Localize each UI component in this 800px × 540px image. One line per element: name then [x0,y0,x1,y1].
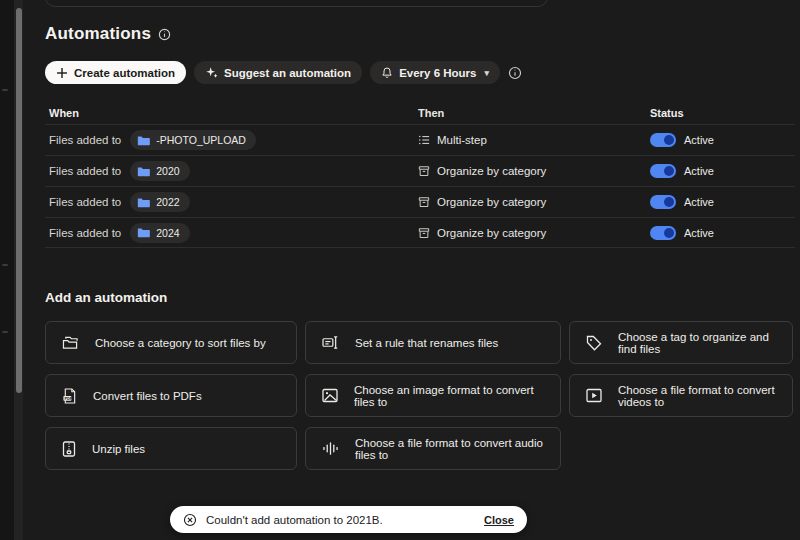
svg-text:PDF: PDF [65,396,73,400]
status-toggle[interactable] [650,164,676,178]
status-label: Active [684,227,714,239]
then-label: Multi-step [437,134,487,146]
organize-icon [418,227,430,239]
table-row: Files added to 2024 Organize by ca [45,217,795,248]
toolbar: Create automation Suggest an automation [45,61,800,84]
card-convert-pdf[interactable]: PDF Convert files to PDFs [45,374,297,417]
card-label: Choose a category to sort files by [95,337,266,349]
table-row: Files added to 2020 Organize by ca [45,155,795,186]
status-toggle[interactable] [650,195,676,209]
card-unzip[interactable]: Unzip files [45,427,297,470]
automations-page: Automations Create automation [0,0,800,540]
frequency-info-icon[interactable] [508,66,522,80]
when-prefix: Files added to [49,165,121,177]
col-header-status: Status [650,107,684,119]
when-prefix: Files added to [49,196,121,208]
folder-chip[interactable]: 2020 [130,161,189,181]
folder-icon [137,197,150,208]
folder-chip-label: 2024 [156,227,179,239]
card-label: Choose a file format to convert videos t… [618,384,778,408]
organize-icon [418,196,430,208]
card-label: Choose an image format to convert files … [354,384,546,408]
folder-chip[interactable]: -PHOTO_UPLOAD [130,130,256,150]
card-label: Choose a tag to organize and find files [618,331,778,355]
toast-message: Couldn't add automation to 2021B. [206,514,383,526]
suggest-automation-button[interactable]: Suggest an automation [194,61,362,84]
chevron-down-icon: ▾ [484,68,489,78]
sparkle-icon [205,66,218,79]
col-header-then: Then [418,107,650,119]
then-label: Organize by category [437,227,546,239]
card-convert-audio[interactable]: Choose a file format to convert audio fi… [305,427,561,470]
table-row: Files added to -PHOTO_UPLOAD [45,124,795,155]
status-toggle[interactable] [650,226,676,240]
error-circle-x-icon [183,513,197,527]
add-automation-heading: Add an automation [45,290,800,305]
create-automation-label: Create automation [74,67,175,79]
status-label: Active [684,196,714,208]
table-row: Files added to 2022 Organize by ca [45,186,795,217]
status-label: Active [684,165,714,177]
when-prefix: Files added to [49,134,121,146]
video-icon [586,388,602,403]
unzip-icon [62,441,76,457]
card-convert-video[interactable]: Choose a file format to convert videos t… [569,374,793,417]
toast-close-button[interactable]: Close [484,514,514,526]
suggest-automation-label: Suggest an automation [224,67,351,79]
notification-frequency-button[interactable]: Every 6 Hours ▾ [370,61,500,84]
folder-chip[interactable]: 2022 [130,192,189,212]
pdf-icon: PDF [62,388,77,404]
card-sort-by-category[interactable]: Choose a category to sort files by [45,321,297,364]
info-icon[interactable] [158,28,171,41]
folder-chip[interactable]: 2024 [130,223,189,243]
error-toast: Couldn't add automation to 2021B. Close [170,506,527,533]
multi-step-icon [418,134,430,146]
card-label: Choose a file format to convert audio fi… [355,437,546,461]
folder-chip-label: 2022 [156,196,179,208]
card-label: Set a rule that renames files [355,337,498,349]
create-automation-button[interactable]: Create automation [45,61,186,84]
folder-icon [137,227,150,238]
folder-chip-label: 2020 [156,165,179,177]
organize-icon [418,165,430,177]
status-label: Active [684,134,714,146]
card-label: Unzip files [92,443,145,455]
card-convert-image[interactable]: Choose an image format to convert files … [305,374,561,417]
table-header-row: When Then Status [45,102,795,124]
plus-icon [56,67,68,79]
card-choose-tag[interactable]: Choose a tag to organize and find files [569,321,793,364]
rename-icon [322,335,339,350]
folder-icon [137,166,150,177]
then-label: Organize by category [437,165,546,177]
then-label: Organize by category [437,196,546,208]
frequency-label: Every 6 Hours [399,67,476,79]
sort-folder-icon [62,335,79,350]
status-toggle[interactable] [650,133,676,147]
page-title: Automations [45,24,151,44]
automation-cards-grid: Choose a category to sort files by Set a… [45,321,800,470]
folder-chip-label: -PHOTO_UPLOAD [156,134,246,146]
tag-icon [586,335,602,351]
bell-icon [381,66,393,79]
image-icon [322,388,338,403]
folder-icon [137,135,150,146]
when-prefix: Files added to [49,227,121,239]
card-rename-rule[interactable]: Set a rule that renames files [305,321,561,364]
audio-icon [322,441,339,456]
automations-table: When Then Status Files added to -PHOTO_U… [45,102,795,248]
card-label: Convert files to PDFs [93,390,202,402]
col-header-when: When [45,107,418,119]
